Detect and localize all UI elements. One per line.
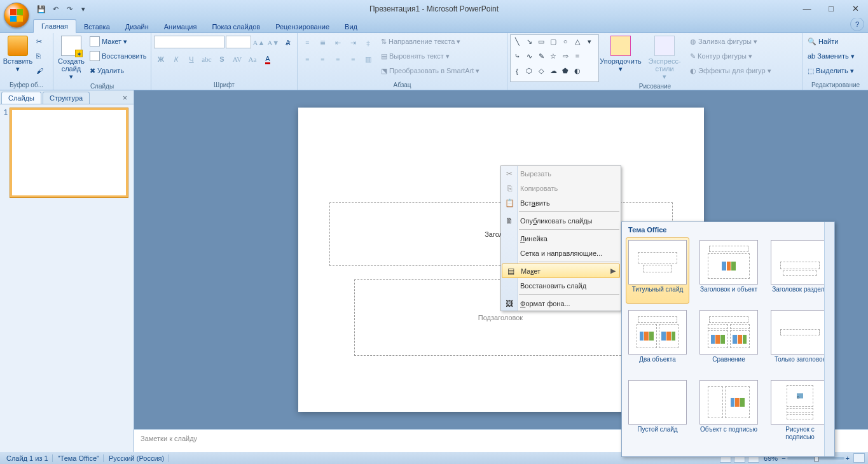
- format-painter-button[interactable]: 🖌: [34, 64, 45, 78]
- shape-blank1[interactable]: ⬡: [524, 66, 534, 76]
- numbering-button[interactable]: ≣: [315, 36, 329, 50]
- slide-1-thumbnail[interactable]: [10, 108, 128, 197]
- layout-two-content[interactable]: Два объекта: [626, 307, 689, 374]
- zoom-in-button[interactable]: +: [846, 454, 850, 462]
- shape-free-icon[interactable]: ✎: [536, 51, 546, 61]
- shrink-font-button[interactable]: A▼: [266, 36, 280, 50]
- shape-outline-button[interactable]: ✎Контур фигуры▾: [688, 49, 773, 63]
- select-button[interactable]: ⬚Выделить▾: [806, 64, 857, 78]
- layout-content-caption[interactable]: Объект с подписью: [697, 377, 761, 444]
- shape-rect-icon[interactable]: ▭: [536, 36, 546, 46]
- tab-design[interactable]: Дизайн: [118, 20, 156, 33]
- shape-line-icon[interactable]: ╲: [512, 36, 522, 46]
- italic-button[interactable]: К: [169, 52, 183, 66]
- font-name-combo[interactable]: [154, 36, 224, 48]
- ctx-paste[interactable]: 📋Вставить: [501, 195, 621, 210]
- arrange-button[interactable]: Упорядочить▾: [600, 34, 641, 82]
- convert-smartart-button[interactable]: ⬔Преобразовать в SmartArt▾: [379, 64, 481, 78]
- tab-review[interactable]: Рецензирование: [268, 20, 337, 33]
- status-language[interactable]: Русский (Россия): [105, 454, 169, 462]
- tab-home[interactable]: Главная: [33, 19, 76, 33]
- clear-format-button[interactable]: A̷: [281, 36, 294, 50]
- fit-window-button[interactable]: [853, 453, 865, 463]
- shape-conn-icon[interactable]: ⤷: [512, 51, 522, 61]
- align-center-button[interactable]: ≡: [315, 52, 329, 66]
- slides-tab[interactable]: Слайды: [1, 92, 41, 104]
- line-spacing-button[interactable]: ‡: [361, 36, 375, 50]
- maximize-button[interactable]: □: [822, 3, 840, 14]
- outline-tab[interactable]: Структура: [43, 92, 90, 104]
- reset-button[interactable]: Восстановить: [88, 49, 148, 63]
- text-direction-button[interactable]: ⇅Направление текста▾: [379, 34, 481, 48]
- bold-button[interactable]: Ж: [154, 52, 168, 66]
- justify-button[interactable]: ≡: [346, 52, 360, 66]
- qat-dropdown-icon[interactable]: ▾: [77, 3, 90, 15]
- align-text-button[interactable]: ▤Выровнять текст▾: [379, 49, 481, 63]
- shape-blank3[interactable]: ☁: [548, 66, 558, 76]
- align-left-button[interactable]: ≡: [300, 52, 314, 66]
- save-icon[interactable]: 💾: [35, 3, 48, 15]
- quick-styles-button[interactable]: Экспресс-стили▾: [642, 34, 687, 82]
- shape-blank2[interactable]: ◇: [536, 66, 546, 76]
- ctx-background[interactable]: 🖼Формат фона...: [501, 296, 621, 311]
- columns-button[interactable]: ▥: [361, 52, 375, 66]
- layout-picture-caption[interactable]: ▫Рисунок с подписью: [768, 377, 832, 444]
- font-color-button[interactable]: A: [261, 52, 275, 66]
- font-size-combo[interactable]: [226, 36, 251, 48]
- new-slide-button[interactable]: ✶ Создать слайд▾: [56, 34, 86, 82]
- layout-title-content[interactable]: Заголовок и объект: [697, 237, 761, 304]
- shadow-button[interactable]: S: [215, 52, 229, 66]
- shape-brace-icon[interactable]: {: [512, 66, 522, 76]
- ctx-publish[interactable]: 🗎Опубликовать слайды: [501, 213, 621, 228]
- shape-tri-icon[interactable]: △: [572, 36, 582, 46]
- shape-star-icon[interactable]: ☆: [548, 51, 558, 61]
- align-right-button[interactable]: ≡: [331, 52, 345, 66]
- shape-effects-button[interactable]: ◐Эффекты для фигур▾: [688, 64, 773, 78]
- undo-icon[interactable]: ↶: [49, 3, 62, 15]
- dec-indent-button[interactable]: ⇤: [331, 36, 345, 50]
- office-button[interactable]: [4, 3, 29, 28]
- minimize-button[interactable]: —: [798, 3, 816, 14]
- ctx-grid[interactable]: Сетка и направляющие...: [501, 246, 621, 260]
- shape-more-icon[interactable]: ▾: [584, 36, 595, 46]
- status-slide[interactable]: Слайд 1 из 1: [3, 454, 53, 462]
- ctx-reset[interactable]: Восстановить слайд: [501, 278, 621, 293]
- tab-insert[interactable]: Вставка: [76, 20, 118, 33]
- cut-button[interactable]: ✂: [34, 34, 45, 48]
- grow-font-button[interactable]: A▲: [252, 36, 266, 50]
- case-button[interactable]: Aa: [245, 52, 259, 66]
- layout-blank[interactable]: Пустой слайд: [626, 377, 689, 444]
- strike-button[interactable]: abc: [200, 52, 214, 66]
- redo-icon[interactable]: ↷: [63, 3, 76, 15]
- layout-section-header[interactable]: Заголовок раздела: [768, 237, 832, 304]
- paste-button[interactable]: Вставить▾: [3, 34, 33, 81]
- shape-blank5[interactable]: ◐: [572, 66, 582, 76]
- shape-eq-icon[interactable]: =: [572, 51, 582, 61]
- char-spacing-button[interactable]: AV: [230, 52, 244, 66]
- shape-curve-icon[interactable]: ∿: [524, 51, 534, 61]
- bullets-button[interactable]: ≡: [300, 36, 314, 50]
- ctx-layout[interactable]: ▤Макет▶: [502, 264, 620, 278]
- close-button[interactable]: ✕: [846, 3, 864, 14]
- layout-button[interactable]: Макет▾: [88, 34, 148, 48]
- status-theme[interactable]: "Тема Office": [54, 454, 104, 462]
- underline-button[interactable]: Ч: [184, 52, 198, 66]
- inc-indent-button[interactable]: ⇥: [346, 36, 360, 50]
- replace-button[interactable]: abЗаменить▾: [806, 49, 857, 63]
- shape-arrow-icon[interactable]: ↘: [524, 36, 534, 46]
- shape-oval-icon[interactable]: ○: [560, 36, 570, 46]
- help-button[interactable]: ?: [850, 17, 864, 31]
- shape-fill-button[interactable]: ◍Заливка фигуры▾: [688, 34, 773, 48]
- ctx-cut[interactable]: ✂Вырезать: [501, 166, 621, 181]
- layout-comparison[interactable]: Сравнение: [697, 307, 761, 374]
- copy-button[interactable]: ⎘: [34, 49, 45, 63]
- layout-title-only[interactable]: Только заголовок: [768, 307, 832, 374]
- flyout-scrollbar[interactable]: [824, 222, 834, 456]
- ctx-copy[interactable]: ⎘Копировать: [501, 181, 621, 195]
- shape-rrect-icon[interactable]: ▢: [548, 36, 558, 46]
- ctx-ruler[interactable]: Линейка: [501, 231, 621, 246]
- layout-title-slide[interactable]: Титульный слайд: [626, 237, 689, 304]
- delete-slide-button[interactable]: ✖Удалить: [88, 64, 148, 78]
- tab-slideshow[interactable]: Показ слайдов: [204, 20, 268, 33]
- shape-blank4[interactable]: ⬟: [560, 66, 570, 76]
